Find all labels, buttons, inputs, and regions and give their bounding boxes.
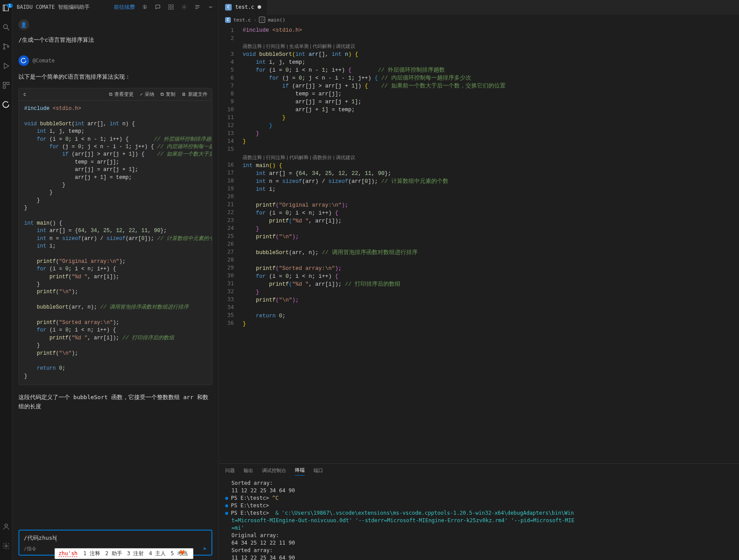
apps-icon[interactable] bbox=[167, 4, 175, 11]
svg-rect-13 bbox=[169, 7, 171, 9]
svg-point-3 bbox=[3, 48, 5, 50]
ime-cand-3[interactable]: 3 注射 bbox=[127, 550, 144, 556]
account-icon[interactable] bbox=[1, 521, 11, 532]
comate-input[interactable]: /代码zhush /指令 ➤ zhu'sh 1 注释 2 助手 3 注射 4 主… bbox=[18, 530, 212, 556]
settings-icon[interactable] bbox=[1, 541, 11, 551]
svg-marker-5 bbox=[4, 63, 9, 69]
svg-rect-11 bbox=[169, 5, 171, 7]
copy-button[interactable]: ⧉ 复制 bbox=[160, 91, 175, 98]
terminal-panel: 问题 输出 调试控制台 终端 端口 Sorted array: 11 12 22… bbox=[219, 463, 739, 560]
bot-intro: 以下是一个简单的C语言冒泡排序算法实现： bbox=[18, 70, 212, 84]
svg-rect-8 bbox=[3, 86, 5, 88]
svg-rect-7 bbox=[7, 82, 9, 84]
bc-file[interactable]: test.c bbox=[233, 17, 251, 23]
svg-rect-14 bbox=[171, 7, 173, 9]
ime-popup[interactable]: zhu'sh 1 注释 2 助手 3 注射 4 主人 5 考熟 🦊 bbox=[55, 548, 193, 559]
gear-icon[interactable] bbox=[181, 4, 188, 11]
editor-area[interactable]: 1 2 3 4 5 6 7 8 9 10 11 12 13 14 15 16 1… bbox=[219, 25, 739, 463]
user-message: /生成一个c语言冒泡排序算法 bbox=[18, 34, 212, 48]
svg-point-0 bbox=[4, 25, 7, 29]
ime-cand-1[interactable]: 1 注释 bbox=[84, 550, 100, 556]
comate-icon[interactable] bbox=[1, 99, 11, 110]
svg-line-1 bbox=[7, 28, 9, 30]
accept-button[interactable]: ✓ 采纳 bbox=[140, 91, 154, 98]
user-avatar: 👤 bbox=[18, 19, 29, 30]
run-debug-icon[interactable] bbox=[1, 61, 11, 71]
breadcrumb[interactable]: C test.c › ⬡ main() bbox=[219, 15, 739, 25]
tab-test-c[interactable]: C test.c bbox=[219, 0, 268, 15]
input-value: /代码zhush bbox=[24, 535, 56, 541]
bot-avatar bbox=[18, 55, 29, 66]
more-icon[interactable]: ⋯ bbox=[207, 4, 214, 11]
terminal-tabs: 问题 输出 调试控制台 终端 端口 bbox=[219, 464, 739, 477]
tab-ports[interactable]: 端口 bbox=[313, 465, 323, 476]
editor-side: C test.c C test.c › ⬡ main() 1 2 3 4 5 6… bbox=[219, 0, 739, 560]
c-file-icon: C bbox=[225, 4, 232, 11]
editor-tabs: C test.c bbox=[219, 0, 739, 15]
tab-debug-console[interactable]: 调试控制台 bbox=[262, 465, 286, 476]
list-icon[interactable] bbox=[194, 4, 201, 11]
code-lens-2[interactable]: 函数注释 | 行间注释 | 代码解释 | 函数拆分 | 调优建议 bbox=[243, 155, 355, 160]
dirty-dot-icon bbox=[258, 5, 261, 9]
snippet-lang: c bbox=[23, 91, 26, 97]
snippet-body[interactable]: #include <stdio.h> void bubbleSort(int a… bbox=[19, 101, 212, 385]
ime-engine-icon: 🦊 bbox=[179, 549, 186, 556]
input-hint: /指令 bbox=[24, 545, 36, 552]
c-file-icon: C bbox=[225, 17, 231, 23]
bot-name: @Comate bbox=[33, 58, 55, 64]
tab-terminal[interactable]: 终端 bbox=[295, 465, 305, 476]
search-icon[interactable] bbox=[1, 22, 11, 33]
tab-output[interactable]: 输出 bbox=[244, 465, 253, 476]
chevron-right-icon: › bbox=[254, 17, 257, 23]
code-content[interactable]: #include <stdio.h> 函数注释 | 行间注释 | 生成单测 | … bbox=[240, 25, 739, 463]
ime-cand-2[interactable]: 2 助手 bbox=[105, 550, 122, 556]
svg-point-2 bbox=[3, 44, 5, 46]
svg-rect-6 bbox=[3, 82, 5, 84]
help-icon[interactable]: ① bbox=[141, 4, 148, 11]
code-lens-1[interactable]: 函数注释 | 行间注释 | 生成单测 | 代码解释 | 调优建议 bbox=[243, 44, 355, 49]
svg-rect-12 bbox=[171, 5, 173, 7]
renew-link[interactable]: 前往续费 bbox=[114, 4, 135, 11]
activity-bar: 1 bbox=[0, 0, 12, 560]
tab-label: test.c bbox=[235, 4, 254, 10]
view-diff-button[interactable]: ⧉ 查看变更 bbox=[109, 91, 134, 98]
bc-function[interactable]: main() bbox=[268, 17, 285, 23]
chat-icon[interactable] bbox=[154, 4, 161, 11]
ime-cand-4[interactable]: 4 主人 bbox=[149, 550, 166, 556]
extensions-icon[interactable] bbox=[1, 80, 11, 91]
explorer-badge: 1 bbox=[7, 4, 13, 8]
comate-title: BAIDU COMATE 智能编码助手 bbox=[17, 4, 90, 11]
ime-pinyin: zhu'sh bbox=[58, 550, 77, 557]
files-icon[interactable]: 1 bbox=[1, 3, 11, 13]
svg-point-9 bbox=[5, 524, 7, 527]
symbol-icon: ⬡ bbox=[259, 17, 265, 23]
comate-header: BAIDU COMATE 智能编码助手 前往续费 ① ⋯ bbox=[12, 0, 218, 14]
svg-point-15 bbox=[183, 6, 185, 8]
comate-panel: BAIDU COMATE 智能编码助手 前往续费 ① ⋯ 👤 /生成一个c语言冒… bbox=[12, 0, 219, 560]
svg-point-10 bbox=[5, 545, 7, 547]
line-gutter: 1 2 3 4 5 6 7 8 9 10 11 12 13 14 15 16 1… bbox=[219, 25, 240, 463]
source-control-icon[interactable] bbox=[1, 41, 11, 52]
bot-followup: 这段代码定义了一个 bubbleSort 函数，它接受一个整数数组 arr 和数… bbox=[18, 389, 212, 418]
tab-problems[interactable]: 问题 bbox=[225, 465, 235, 476]
comate-body: 👤 /生成一个c语言冒泡排序算法 @Comate 以下是一个简单的C语言冒泡排序… bbox=[12, 14, 218, 527]
terminal-body[interactable]: Sorted array: 11 12 22 25 34 64 90●PS E:… bbox=[219, 477, 739, 560]
new-file-button[interactable]: 🗎 新建文件 bbox=[182, 91, 208, 98]
snippet-card: c ⧉ 查看变更 ✓ 采纳 ⧉ 复制 🗎 新建文件 #include <stdi… bbox=[18, 88, 212, 385]
send-icon[interactable]: ➤ bbox=[203, 545, 207, 553]
